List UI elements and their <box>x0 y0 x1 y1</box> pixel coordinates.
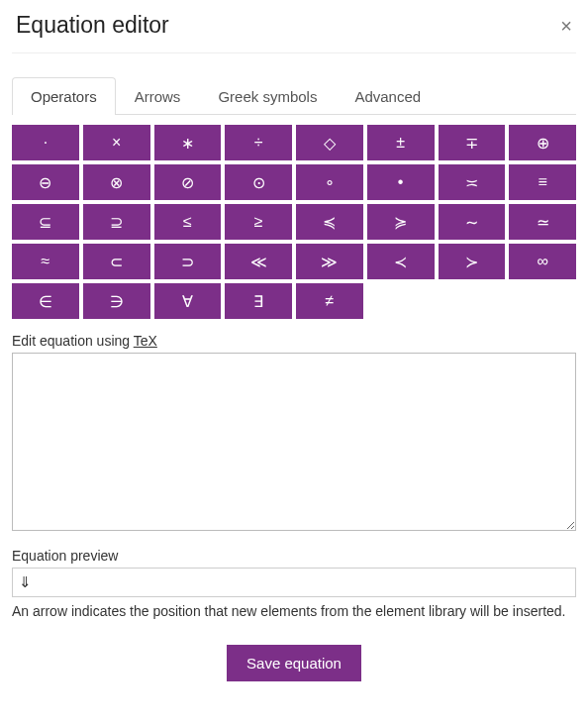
symbol-button[interactable]: × <box>83 125 150 160</box>
tex-link[interactable]: TeX <box>134 333 157 349</box>
symbol-button[interactable]: ∀ <box>154 283 222 319</box>
symbol-button[interactable]: ≪ <box>225 244 292 279</box>
symbol-button[interactable]: ⊆ <box>12 204 79 240</box>
symbol-button[interactable]: • <box>367 164 435 200</box>
symbol-button[interactable]: ≥ <box>225 204 292 240</box>
symbol-button[interactable]: ⊕ <box>509 125 576 160</box>
preview-label: Equation preview <box>12 548 576 564</box>
symbol-button[interactable]: ∋ <box>83 283 150 319</box>
symbol-button[interactable]: ⊗ <box>83 164 150 200</box>
preview-box: ⇓ <box>12 568 576 597</box>
close-icon[interactable]: × <box>560 16 572 36</box>
tab-advanced[interactable]: Advanced <box>336 77 440 115</box>
symbol-button[interactable]: ◇ <box>296 125 363 160</box>
symbol-button[interactable]: ⊖ <box>12 164 79 200</box>
symbol-button[interactable]: ∞ <box>509 244 576 279</box>
symbol-button[interactable]: ≫ <box>296 244 363 279</box>
symbol-button[interactable]: ≡ <box>509 164 576 200</box>
symbol-button[interactable]: ⊘ <box>154 164 222 200</box>
symbol-button[interactable]: ≤ <box>154 204 222 240</box>
symbol-button[interactable]: ∈ <box>12 283 79 319</box>
symbol-button[interactable]: ∼ <box>439 204 506 240</box>
symbol-button[interactable]: ≈ <box>12 244 79 279</box>
editor-label: Edit equation using TeX <box>12 333 576 349</box>
symbol-button[interactable]: ∃ <box>225 283 292 319</box>
symbol-button[interactable]: ⊇ <box>83 204 150 240</box>
tab-bar: OperatorsArrowsGreek symbolsAdvanced <box>12 77 576 115</box>
symbol-button[interactable]: ⊙ <box>225 164 292 200</box>
symbol-button[interactable]: ∓ <box>439 125 506 160</box>
equation-editor-dialog: Equation editor × OperatorsArrowsGreek s… <box>0 0 588 701</box>
dialog-header: Equation editor × <box>12 6 576 53</box>
symbol-button[interactable]: ∘ <box>296 164 363 200</box>
dialog-footer: Save equation <box>12 645 576 681</box>
symbol-button[interactable]: ∗ <box>154 125 222 160</box>
symbol-button[interactable]: ≃ <box>509 204 576 240</box>
symbol-button[interactable]: · <box>12 125 79 160</box>
symbol-button[interactable]: ≻ <box>439 244 506 279</box>
symbol-button[interactable]: ÷ <box>225 125 292 160</box>
symbol-button[interactable]: ± <box>367 125 435 160</box>
symbol-button[interactable]: ≍ <box>439 164 506 200</box>
tab-greek[interactable]: Greek symbols <box>199 77 336 115</box>
symbol-grid: ·×∗÷◇±∓⊕⊖⊗⊘⊙∘•≍≡⊆⊇≤≥≼≽∼≃≈⊂⊃≪≫≺≻∞∈∋∀∃≠ <box>12 125 576 319</box>
symbol-button[interactable]: ≠ <box>296 283 363 319</box>
tab-arrows[interactable]: Arrows <box>116 77 200 115</box>
symbol-button[interactable]: ⊃ <box>154 244 222 279</box>
save-button[interactable]: Save equation <box>227 645 361 681</box>
symbol-button[interactable]: ⊂ <box>83 244 150 279</box>
editor-label-text: Edit equation using <box>12 333 134 349</box>
preview-hint: An arrow indicates the position that new… <box>12 601 576 621</box>
symbol-button[interactable]: ≽ <box>367 204 435 240</box>
dialog-title: Equation editor <box>16 12 169 39</box>
symbol-button[interactable]: ≼ <box>296 204 363 240</box>
tex-editor[interactable] <box>12 353 576 531</box>
tab-operators[interactable]: Operators <box>12 77 116 115</box>
symbol-button[interactable]: ≺ <box>367 244 435 279</box>
